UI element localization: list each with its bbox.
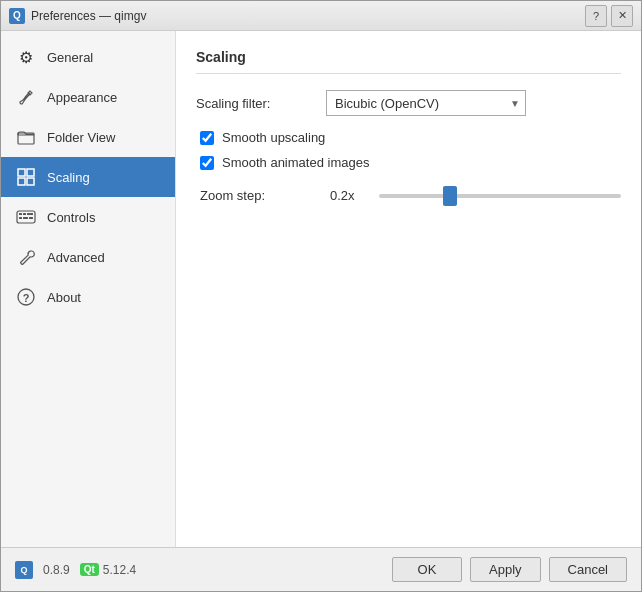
sidebar-item-general[interactable]: General — [1, 37, 175, 77]
zoom-step-slider-wrapper — [379, 194, 621, 198]
app-icon: Q — [9, 8, 25, 24]
panel-title: Scaling — [196, 49, 621, 74]
zoom-step-label: Zoom step: — [200, 188, 330, 203]
window-title: Preferences — qimgv — [31, 9, 585, 23]
titlebar: Q Preferences — qimgv ? ✕ — [1, 1, 641, 31]
scaling-icon — [15, 166, 37, 188]
smooth-upscaling-checkbox[interactable] — [200, 131, 214, 145]
sidebar-label-general: General — [47, 50, 93, 65]
zoom-step-row: Zoom step: 0.2x — [196, 188, 621, 203]
zoom-step-slider[interactable] — [379, 194, 621, 198]
app-version-icon: Q — [15, 561, 33, 579]
svg-rect-11 — [30, 213, 33, 215]
brush-icon — [15, 86, 37, 108]
sidebar-label-advanced: Advanced — [47, 250, 105, 265]
smooth-animated-label[interactable]: Smooth animated images — [222, 155, 369, 170]
qt-logo: Qt — [80, 563, 99, 576]
svg-rect-3 — [18, 178, 25, 185]
panel-spacer — [196, 203, 621, 535]
keyboard-icon — [15, 206, 37, 228]
sidebar-item-scaling[interactable]: Scaling — [1, 157, 175, 197]
gear-icon — [15, 46, 37, 68]
smooth-animated-checkbox[interactable] — [200, 156, 214, 170]
svg-rect-4 — [27, 178, 34, 185]
app-version-badge: Q 0.8.9 — [15, 561, 70, 579]
action-buttons: OK Apply Cancel — [392, 557, 627, 582]
svg-rect-6 — [19, 213, 22, 215]
titlebar-controls: ? ✕ — [585, 5, 633, 27]
svg-rect-8 — [27, 213, 30, 215]
scaling-filter-dropdown-wrapper: Nearest Bilinear Bicubic (OpenCV) Lanczo… — [326, 90, 526, 116]
sidebar: General Appearance Folde — [1, 31, 176, 547]
main-panel: Scaling Scaling filter: Nearest Bilinear… — [176, 31, 641, 547]
sidebar-item-folder-view[interactable]: Folder View — [1, 117, 175, 157]
svg-rect-12 — [29, 217, 33, 219]
zoom-step-value: 0.2x — [330, 188, 365, 203]
scaling-filter-control: Nearest Bilinear Bicubic (OpenCV) Lanczo… — [326, 90, 621, 116]
qt-version-text: 5.12.4 — [103, 563, 136, 577]
sidebar-label-scaling: Scaling — [47, 170, 90, 185]
preferences-window: Q Preferences — qimgv ? ✕ General App — [0, 0, 642, 592]
smooth-upscaling-row: Smooth upscaling — [196, 130, 621, 145]
svg-rect-2 — [27, 169, 34, 176]
svg-text:?: ? — [23, 292, 30, 304]
app-version-text: 0.8.9 — [43, 563, 70, 577]
qt-version-badge: Qt 5.12.4 — [80, 563, 136, 577]
svg-rect-1 — [18, 169, 25, 176]
sidebar-item-advanced[interactable]: Advanced — [1, 237, 175, 277]
sidebar-item-controls[interactable]: Controls — [1, 197, 175, 237]
ok-button[interactable]: OK — [392, 557, 462, 582]
about-icon: ? — [15, 286, 37, 308]
svg-rect-9 — [19, 217, 22, 219]
help-button[interactable]: ? — [585, 5, 607, 27]
svg-rect-7 — [23, 213, 26, 215]
smooth-upscaling-label[interactable]: Smooth upscaling — [222, 130, 325, 145]
smooth-animated-row: Smooth animated images — [196, 155, 621, 170]
scaling-filter-label: Scaling filter: — [196, 96, 326, 111]
wrench-icon — [15, 246, 37, 268]
cancel-button[interactable]: Cancel — [549, 557, 627, 582]
close-button[interactable]: ✕ — [611, 5, 633, 27]
version-info: Q 0.8.9 Qt 5.12.4 — [15, 561, 392, 579]
sidebar-label-folder-view: Folder View — [47, 130, 115, 145]
apply-button[interactable]: Apply — [470, 557, 541, 582]
bottom-bar: Q 0.8.9 Qt 5.12.4 OK Apply Cancel — [1, 547, 641, 591]
sidebar-item-about[interactable]: ? About — [1, 277, 175, 317]
scaling-filter-row: Scaling filter: Nearest Bilinear Bicubic… — [196, 90, 621, 116]
scaling-filter-dropdown[interactable]: Nearest Bilinear Bicubic (OpenCV) Lanczo… — [326, 90, 526, 116]
content-area: General Appearance Folde — [1, 31, 641, 547]
svg-rect-10 — [23, 217, 28, 219]
sidebar-label-about: About — [47, 290, 81, 305]
sidebar-label-appearance: Appearance — [47, 90, 117, 105]
sidebar-label-controls: Controls — [47, 210, 95, 225]
folder-icon — [15, 126, 37, 148]
sidebar-item-appearance[interactable]: Appearance — [1, 77, 175, 117]
